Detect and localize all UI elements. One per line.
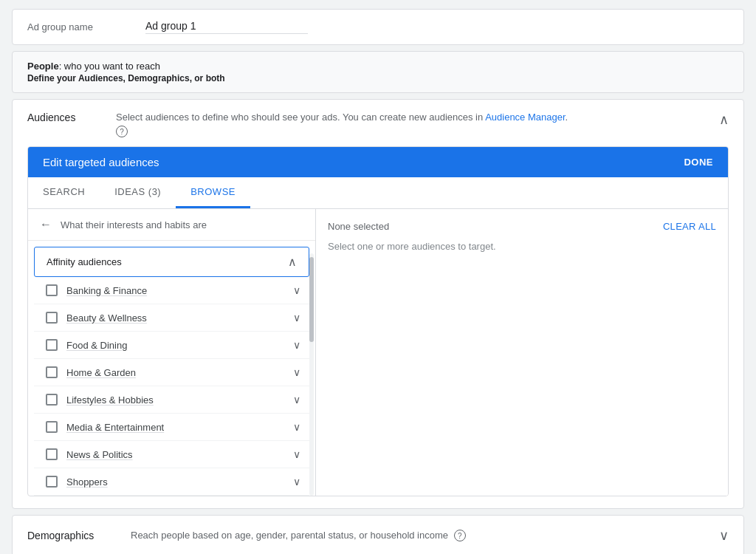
food-label: Food & Dining: [66, 340, 127, 351]
list-item[interactable]: Banking & Finance ∨: [34, 277, 309, 304]
demographics-desc: Reach people based on age, gender, paren…: [131, 530, 466, 542]
list-item[interactable]: Beauty & Wellness ∨: [34, 304, 309, 332]
edit-title: Edit targeted audiences: [43, 156, 159, 168]
category-left: News & Politics: [46, 448, 133, 460]
audience-manager-link[interactable]: Audience Manager: [485, 112, 565, 123]
list-item[interactable]: Food & Dining ∨: [34, 332, 309, 359]
edit-header: Edit targeted audiences DONE: [28, 147, 728, 177]
ad-group-name-label: Ad group name: [27, 21, 145, 33]
demographics-card: Demographics Reach people based on age, …: [12, 515, 744, 554]
category-left: Lifestyles & Hobbies: [46, 394, 154, 406]
audiences-card: Audiences Select audiences to define who…: [12, 99, 744, 509]
tab-search[interactable]: SEARCH: [28, 177, 100, 208]
audiences-header: Audiences Select audiences to define who…: [13, 100, 743, 146]
subtitle-suffix: , or both: [190, 73, 225, 83]
select-prompt: Select one or more audiences to target.: [328, 241, 716, 252]
audiences-label: Audiences: [27, 112, 116, 123]
audiences-collapse-icon[interactable]: ∧: [719, 112, 729, 128]
browse-panel: ← What their interests and habits are Af…: [28, 209, 316, 496]
banking-label: Banking & Finance: [66, 285, 147, 296]
category-left: Food & Dining: [46, 339, 127, 351]
affinity-title: Affinity audiences: [47, 256, 122, 267]
ad-group-name-card: Ad group name Ad group 1: [12, 9, 744, 45]
news-expand-icon[interactable]: ∨: [293, 448, 300, 460]
people-bold: People: [27, 61, 59, 72]
food-checkbox[interactable]: [46, 339, 58, 351]
back-arrow-icon: ←: [40, 218, 52, 231]
category-list: Banking & Finance ∨ Beauty & Wellness ∨: [28, 277, 315, 496]
media-label: Media & Entertainment: [66, 422, 164, 433]
back-row[interactable]: ← What their interests and habits are: [28, 209, 315, 241]
ad-group-name-value[interactable]: Ad group 1: [145, 20, 308, 34]
shoppers-expand-icon[interactable]: ∨: [293, 476, 300, 488]
people-subtitle: Define your Audiences, Demographics, or …: [27, 73, 729, 83]
media-checkbox[interactable]: [46, 421, 58, 433]
category-left: Beauty & Wellness: [46, 312, 147, 324]
list-item[interactable]: Home & Garden ∨: [34, 359, 309, 386]
subtitle-prefix: Define your: [27, 73, 78, 83]
subtitle-demographics: Demographics: [128, 73, 189, 83]
food-expand-icon[interactable]: ∨: [293, 339, 300, 351]
list-item[interactable]: News & Politics ∨: [34, 441, 309, 468]
category-left: Shoppers: [46, 476, 108, 488]
demographics-left: Demographics Reach people based on age, …: [27, 530, 466, 542]
clear-all-button[interactable]: CLEAR ALL: [663, 221, 716, 232]
media-expand-icon[interactable]: ∨: [293, 421, 300, 433]
shoppers-checkbox[interactable]: [46, 476, 58, 488]
back-label: What their interests and habits are: [61, 219, 207, 230]
tabs-row: SEARCH IDEAS (3) BROWSE: [28, 177, 728, 209]
audiences-desc-end: .: [566, 112, 568, 123]
shoppers-label: Shoppers: [66, 476, 108, 488]
category-left: Media & Entertainment: [46, 421, 164, 433]
audiences-desc-text: Select audiences to define who should se…: [116, 112, 485, 123]
demographics-desc-text: Reach people based on age, gender, paren…: [131, 530, 448, 541]
edit-panel: Edit targeted audiences DONE SEARCH IDEA…: [27, 146, 729, 496]
banking-checkbox[interactable]: [46, 284, 58, 296]
category-left: Home & Garden: [46, 366, 136, 378]
selection-header: None selected CLEAR ALL: [328, 221, 716, 232]
scrollbar-thumb[interactable]: [309, 257, 314, 342]
affinity-header[interactable]: Affinity audiences ∧: [34, 247, 309, 277]
list-item[interactable]: Shoppers ∨: [34, 468, 309, 496]
news-label: News & Politics: [66, 449, 133, 460]
none-selected-text: None selected: [328, 221, 389, 232]
home-expand-icon[interactable]: ∨: [293, 366, 300, 378]
list-item[interactable]: Media & Entertainment ∨: [34, 414, 309, 441]
people-suffix: : who you want to reach: [59, 61, 160, 72]
lifestyles-expand-icon[interactable]: ∨: [293, 394, 300, 406]
demographics-label: Demographics: [27, 530, 116, 541]
selection-panel: None selected CLEAR ALL Select one or mo…: [316, 209, 728, 496]
banking-expand-icon[interactable]: ∨: [293, 284, 300, 296]
people-section: People: who you want to reach Define you…: [12, 51, 744, 93]
demographics-help-icon[interactable]: ?: [454, 530, 466, 541]
subtitle-audiences: Audiences: [78, 73, 123, 83]
beauty-checkbox[interactable]: [46, 312, 58, 324]
beauty-expand-icon[interactable]: ∨: [293, 312, 300, 324]
category-left: Banking & Finance: [46, 284, 147, 296]
home-label: Home & Garden: [66, 367, 136, 378]
done-button[interactable]: DONE: [684, 157, 713, 168]
news-checkbox[interactable]: [46, 448, 58, 460]
beauty-label: Beauty & Wellness: [66, 312, 147, 324]
lifestyles-label: Lifestyles & Hobbies: [66, 394, 154, 406]
list-item[interactable]: Lifestyles & Hobbies ∨: [34, 386, 309, 414]
tab-browse[interactable]: BROWSE: [176, 177, 250, 208]
demographics-expand-icon[interactable]: ∨: [719, 527, 729, 544]
affinity-collapse-icon: ∧: [288, 255, 297, 269]
demographics-row: Demographics Reach people based on age, …: [13, 516, 743, 554]
audiences-description: Select audiences to define who should se…: [116, 112, 710, 137]
people-title: People: who you want to reach: [27, 61, 729, 72]
lifestyles-checkbox[interactable]: [46, 394, 58, 406]
scrollbar-track: [309, 253, 314, 496]
home-checkbox[interactable]: [46, 366, 58, 378]
tab-ideas[interactable]: IDEAS (3): [100, 177, 176, 208]
audiences-help-icon[interactable]: ?: [116, 126, 128, 137]
panel-body: ← What their interests and habits are Af…: [28, 209, 728, 496]
